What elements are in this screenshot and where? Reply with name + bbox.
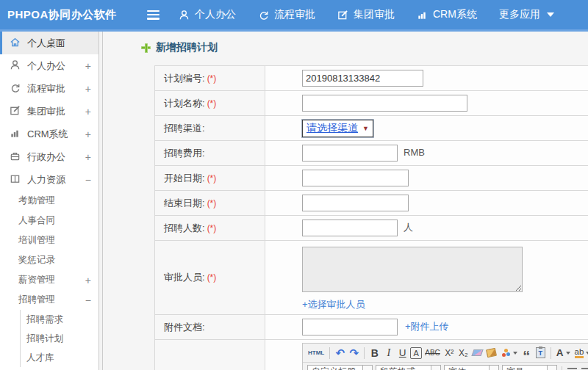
top-bar: PHPOA协同办公软件 个人办公 流程审批 集团审批 CRM系统 更多应用 <box>0 0 588 29</box>
editor-redo-button[interactable]: ↷ <box>348 345 360 360</box>
editor-font-size-dropdown[interactable]: 字号 <box>502 365 557 370</box>
nav-more-apps[interactable]: 更多应用 <box>499 8 554 21</box>
start-date-input[interactable] <box>302 170 409 186</box>
editor-blockquote-button[interactable]: “ <box>520 345 533 360</box>
caret-down-icon <box>547 12 554 17</box>
editor-paste-button[interactable]: T <box>534 345 547 360</box>
editor-eraser-button[interactable] <box>471 345 484 360</box>
approver-textarea[interactable] <box>302 247 523 292</box>
end-date-input[interactable] <box>302 195 409 211</box>
sidebar-item-training[interactable]: 培训管理 <box>0 231 103 250</box>
page-title: 新增招聘计划 <box>141 41 588 54</box>
field-label: 附件文档: <box>164 322 205 333</box>
sidebar-item-label: 集团审批 <box>27 105 65 118</box>
nav-workflow-approval[interactable]: 流程审批 <box>258 8 315 21</box>
sidebar-item-recruit-plan[interactable]: 招聘计划 <box>21 329 103 348</box>
editor-heading-dropdown[interactable]: 自定义标题 <box>307 365 373 370</box>
app-window: PHPOA协同办公软件 个人办公 流程审批 集团审批 CRM系统 更多应用 <box>0 0 588 370</box>
person-icon <box>179 10 190 21</box>
people-unit-label: 人 <box>404 222 413 233</box>
recruit-submenu: 招聘需求 招聘计划 人才库 <box>20 310 103 367</box>
caret-down-icon: ▼ <box>362 125 369 132</box>
editor-text-effect-button[interactable] <box>499 345 519 360</box>
sidebar-item-personal-office[interactable]: 个人办公 + <box>0 54 103 77</box>
sidebar-item-label: 招聘管理 <box>18 294 55 306</box>
form-row: HTML ↶ ↷ B I U A ABC X² <box>155 340 588 370</box>
form-row: 附件文档: +附件上传 <box>155 315 588 340</box>
sidebar-item-label: 薪资管理 <box>18 274 55 286</box>
editor-subscript-button[interactable]: X₂ <box>457 345 470 360</box>
channel-select[interactable]: 请选择渠道 ▼ <box>302 120 373 137</box>
required-marker: (*) <box>207 198 217 208</box>
editor-font-style-button[interactable]: A <box>410 347 422 359</box>
collapse-minus-icon: − <box>85 294 91 306</box>
editor-html-source-button[interactable]: HTML <box>306 345 326 360</box>
sidebar-item-recruit-mgmt[interactable]: 招聘管理 − <box>0 290 103 310</box>
hamburger-menu-icon[interactable] <box>147 10 159 20</box>
field-label: 招聘人数: <box>164 222 205 233</box>
form-row: 计划编号:(*) <box>155 66 588 91</box>
eraser-icon <box>471 349 483 356</box>
plan-number-input[interactable] <box>302 70 423 87</box>
sidebar-item-rewards[interactable]: 奖惩记录 <box>0 250 103 270</box>
nav-personal-office[interactable]: 个人办公 <box>179 8 236 21</box>
sidebar-scrollbar[interactable] <box>98 32 103 370</box>
sidebar-item-label: 招聘需求 <box>26 313 63 326</box>
sidebar-item-desktop[interactable]: 个人桌面 <box>0 32 103 54</box>
sidebar-item-attendance[interactable]: 考勤管理 <box>0 191 103 211</box>
form-row: 招聘费用: RMB <box>155 141 588 166</box>
sidebar-item-admin-office[interactable]: 行政办公 + <box>0 145 103 168</box>
sidebar-item-label: 流程审批 <box>27 82 65 95</box>
editor-font-color-button[interactable]: A <box>555 345 572 360</box>
sidebar-item-label: 行政办公 <box>27 150 65 164</box>
sidebar-item-hr-contract[interactable]: 人事合同 <box>0 211 103 231</box>
sidebar-item-label: 招聘计划 <box>26 333 63 345</box>
editor-highlight-button[interactable]: ab <box>573 345 588 360</box>
sparkle-icon <box>501 349 511 358</box>
top-nav: 个人办公 流程审批 集团审批 CRM系统 更多应用 <box>179 8 554 21</box>
nav-label: 集团审批 <box>354 8 395 21</box>
plan-name-input[interactable] <box>302 95 467 112</box>
editor-superscript-button[interactable]: X² <box>443 345 456 360</box>
caret-down-icon <box>431 365 441 370</box>
editor-bold-button[interactable]: B <box>368 345 381 360</box>
editor-font-family-dropdown[interactable]: 字体 <box>444 365 499 370</box>
form-row: 审批人员:(*) +选择审批人员 <box>155 241 588 315</box>
editor-format-brush-button[interactable] <box>485 345 498 360</box>
sidebar-item-label: 培训管理 <box>18 234 55 247</box>
recruit-fee-input[interactable] <box>302 145 398 162</box>
sidebar-item-workflow-approval[interactable]: 流程审批 + <box>0 77 103 100</box>
editor-align-left-button[interactable] <box>566 364 578 370</box>
sidebar-item-group-approval[interactable]: 集团审批 + <box>0 100 103 123</box>
required-marker: (*) <box>207 173 217 184</box>
attachment-input[interactable] <box>302 319 398 335</box>
expand-plus-icon: + <box>85 106 91 117</box>
sidebar-item-label: 考勤管理 <box>18 195 55 207</box>
sidebar-item-salary[interactable]: 薪资管理 + <box>0 270 103 290</box>
expand-plus-icon: + <box>85 151 91 163</box>
editor-undo-button[interactable]: ↶ <box>334 345 346 360</box>
editor-paragraph-dropdown[interactable]: 段落格式 <box>376 365 441 370</box>
sidebar-item-recruit-demand[interactable]: 招聘需求 <box>21 310 103 329</box>
select-approver-link[interactable]: +选择审批人员 <box>302 299 365 310</box>
sidebar-item-label: 人事合同 <box>18 214 55 227</box>
editor-toolbar-row2: 自定义标题 段落格式 字体 字号 <box>303 363 588 370</box>
expand-plus-icon: + <box>85 60 91 72</box>
person-icon <box>10 59 27 73</box>
field-label: 计划名称: <box>164 98 205 109</box>
bar-chart-icon <box>10 128 27 141</box>
edit-square-icon <box>10 105 27 118</box>
editor-italic-button[interactable]: I <box>382 345 395 360</box>
sidebar-item-talent-pool[interactable]: 人才库 <box>21 348 103 367</box>
editor-align-center-button[interactable] <box>580 364 588 370</box>
sidebar-item-hr[interactable]: 人力资源 − <box>0 168 103 191</box>
attachment-upload-link[interactable]: +附件上传 <box>405 321 449 332</box>
page-title-text: 新增招聘计划 <box>156 41 218 54</box>
editor-underline-button[interactable]: U <box>396 345 409 360</box>
sidebar-item-crm[interactable]: CRM系统 + <box>0 123 103 145</box>
select-placeholder: 请选择渠道 <box>306 122 358 135</box>
nav-group-approval[interactable]: 集团审批 <box>337 8 395 21</box>
nav-crm-system[interactable]: CRM系统 <box>417 8 477 21</box>
editor-strikethrough-button[interactable]: ABC <box>423 345 442 360</box>
headcount-input[interactable] <box>302 220 398 236</box>
